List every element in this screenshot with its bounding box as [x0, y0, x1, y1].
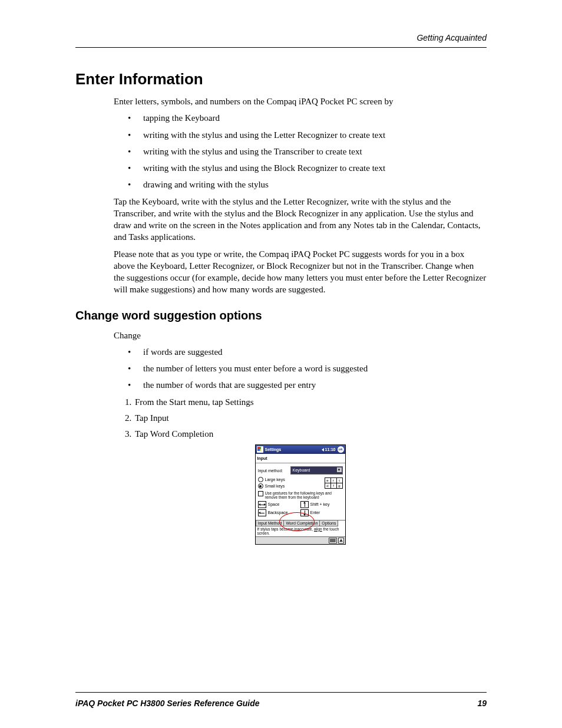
backspace-gesture-icon: [258, 509, 266, 516]
align-hint: If stylus taps become inaccurate, align …: [256, 526, 345, 536]
backspace-label: Backspace: [268, 510, 288, 515]
list-item: From the Start menu, tap Settings: [134, 396, 487, 408]
use-gestures-label: Use gestures for the following keys and …: [265, 491, 343, 499]
chevron-down-icon[interactable]: ▼: [337, 467, 342, 472]
paragraph: Tap the Keyboard, write with the stylus …: [114, 196, 487, 243]
steps-list: From the Start menu, tap Settings Tap In…: [121, 396, 487, 440]
keycap: r: [331, 477, 337, 483]
page-title: Enter Information: [75, 70, 487, 88]
align-link[interactable]: align: [314, 527, 322, 531]
hint-text: If stylus taps become inaccurate,: [257, 527, 314, 531]
tab-input-method[interactable]: Input Method: [256, 521, 285, 526]
list-item: the number of words that are suggested p…: [128, 379, 487, 391]
sip-up-icon[interactable]: [338, 538, 344, 543]
input-method-value: Keyboard: [293, 467, 310, 473]
paragraph: Please note that as you type or write, t…: [114, 248, 487, 296]
section-subtitle: Change word suggestion options: [75, 309, 487, 322]
enter-gesture-icon: [300, 509, 309, 516]
keycap: f: [331, 483, 337, 489]
small-keys-label: Small keys: [265, 484, 285, 488]
page-number: 19: [477, 699, 487, 708]
titlebar-time: 11:10: [325, 447, 336, 452]
large-keys-radio[interactable]: [258, 477, 263, 482]
footer-rule: [75, 692, 487, 693]
app-label: Input: [256, 454, 345, 463]
tab-options[interactable]: Options: [319, 521, 338, 526]
list-item: if words are suggested: [128, 346, 487, 358]
list-item: drawing and writing with the stylus: [128, 179, 487, 190]
start-icon[interactable]: [257, 446, 263, 453]
input-method-select[interactable]: Keyboard ▼: [290, 466, 343, 475]
list-item: writing with the stylus and using the Bl…: [128, 162, 487, 174]
list-item: tapping the Keyboard: [128, 112, 487, 124]
keyboard-icon[interactable]: [329, 538, 337, 543]
list-item: writing with the stylus and using the Tr…: [128, 146, 487, 157]
section-header: Getting Acquainted: [75, 33, 487, 48]
change-label: Change: [114, 330, 487, 341]
titlebar: Settings 11:10 ok: [256, 445, 345, 454]
keycap: d: [325, 483, 331, 489]
settings-screenshot: Settings 11:10 ok Input Input method: Ke…: [255, 444, 346, 544]
shift-label: Shift + key: [310, 502, 330, 506]
large-keys-label: Large keys: [265, 477, 285, 482]
use-gestures-checkbox[interactable]: [258, 491, 263, 496]
shift-gesture-icon: [300, 501, 309, 508]
ok-button[interactable]: ok: [338, 446, 344, 453]
titlebar-title: Settings: [265, 447, 282, 452]
enter-methods-list: tapping the Keyboard writing with the st…: [114, 112, 487, 190]
list-item: writing with the stylus and using the Le…: [128, 129, 487, 141]
change-list: if words are suggested the number of let…: [114, 346, 487, 391]
tab-word-completion[interactable]: Word Completion: [283, 521, 320, 526]
speaker-icon[interactable]: [322, 448, 324, 452]
enter-label: Enter: [310, 510, 320, 515]
list-item: Tap Input: [134, 412, 487, 424]
list-item: the number of letters you must enter bef…: [128, 363, 487, 374]
space-gesture-icon: [258, 501, 266, 508]
footer-title: iPAQ Pocket PC H3800 Series Reference Gu…: [75, 699, 260, 708]
input-method-label: Input method:: [258, 469, 289, 473]
list-item: Tap Word Completion: [134, 428, 487, 440]
keycap: e: [325, 477, 331, 483]
bottom-bar: [256, 536, 345, 544]
keycap: g: [337, 483, 343, 489]
keycap: t: [337, 477, 343, 483]
small-keys-radio[interactable]: [258, 483, 263, 489]
intro-paragraph: Enter letters, symbols, and numbers on t…: [114, 95, 487, 107]
keycap-preview: e r t d f g: [325, 477, 343, 489]
space-label: Space: [268, 502, 280, 506]
